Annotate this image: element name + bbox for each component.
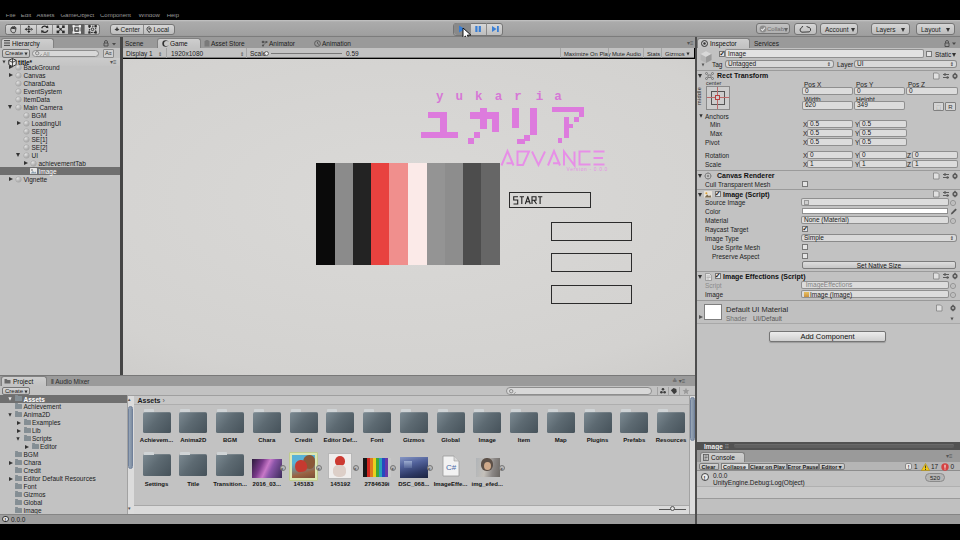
svg-text:C#: C#: [446, 463, 457, 472]
